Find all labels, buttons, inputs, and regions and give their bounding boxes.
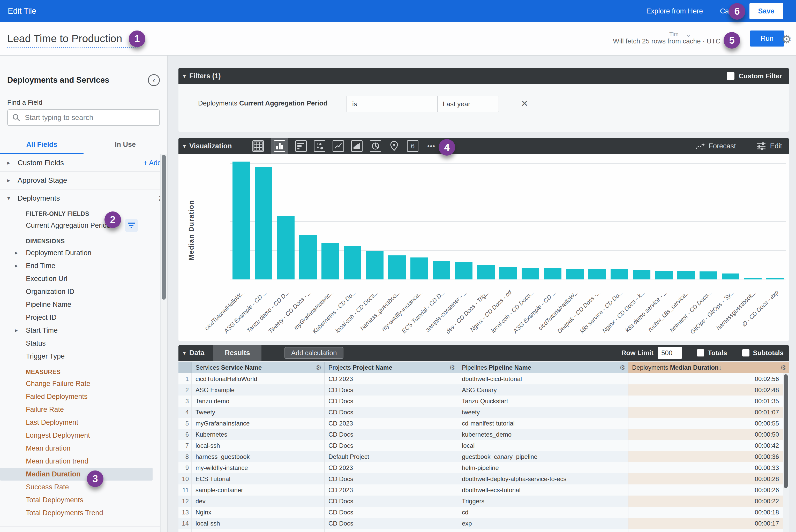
line-chart-icon[interactable] — [332, 138, 344, 154]
service-cell[interactable]: myGrafanaInstance — [192, 418, 325, 429]
duration-cell[interactable]: 00:01:07 — [628, 406, 783, 418]
run-button[interactable]: Run — [750, 31, 784, 46]
column-header-project-name[interactable]: Projects Project Name ⚙ — [325, 362, 458, 373]
sidebar-scrollbar[interactable] — [160, 154, 167, 532]
sidebar-item-failure-rate[interactable]: Failure Rate — [0, 403, 167, 416]
timezone-label[interactable]: Tim — [669, 31, 679, 38]
project-cell[interactable]: CD Docs — [325, 518, 458, 529]
column-gear-icon[interactable]: ⚙ — [619, 364, 625, 372]
sidebar-item-total-deployments[interactable]: Total Deployments — [0, 493, 167, 507]
project-cell[interactable]: CD Docs — [325, 396, 458, 406]
sidebar-item-trigger-type[interactable]: Trigger Type — [0, 350, 167, 363]
sidebar-group-custom-fields[interactable]: ▸ Custom Fields + Add — [0, 154, 167, 172]
field-search-box[interactable] — [7, 109, 160, 126]
chart-bar[interactable] — [677, 271, 695, 280]
sidebar-group-deployments[interactable]: ▾ Deployments 2 — [0, 189, 167, 207]
scatter-plot-icon[interactable] — [314, 138, 326, 154]
chart-bar[interactable] — [366, 251, 384, 280]
duration-cell[interactable]: 00:00:36 — [628, 451, 783, 462]
chart-bar[interactable] — [433, 261, 450, 280]
pipeline-cell[interactable]: cd — [458, 507, 628, 518]
pipeline-cell[interactable]: Triggers — [458, 496, 628, 507]
sidebar-item-start-time[interactable]: ▸Start Time — [0, 324, 167, 337]
service-cell[interactable]: harness_guestbook — [192, 451, 325, 462]
duration-cell[interactable]: 00:02:56 — [628, 373, 783, 384]
collapse-panel-icon[interactable]: ‹ — [148, 74, 160, 86]
service-cell[interactable]: ECS Tutorial — [192, 473, 325, 484]
project-cell[interactable]: CD Docs — [325, 507, 458, 518]
add-calculation-button[interactable]: Add calculation — [284, 347, 344, 359]
column-gear-icon[interactable]: ⚙ — [449, 364, 455, 372]
subtotals-toggle[interactable]: Subtotals — [739, 349, 783, 357]
map-pin-icon[interactable] — [388, 138, 400, 154]
duration-cell[interactable]: 00:00:18 — [628, 507, 783, 518]
chart-bar[interactable] — [277, 216, 295, 280]
caret-down-icon[interactable]: ▾ — [7, 195, 18, 202]
project-cell[interactable]: CD 2023 — [325, 462, 458, 473]
project-cell[interactable]: CD Docs — [325, 429, 458, 440]
pipeline-cell[interactable]: ASG Canary — [458, 384, 628, 396]
search-input[interactable] — [25, 113, 149, 122]
service-cell[interactable]: ASG Example — [192, 529, 325, 532]
column-chart-icon[interactable] — [271, 138, 288, 154]
chart-bar[interactable] — [499, 267, 517, 280]
duration-cell[interactable]: 00:00:50 — [628, 429, 783, 440]
sidebar-item-execution-url[interactable]: Execution Url — [0, 272, 167, 285]
chart-bar[interactable] — [544, 268, 561, 280]
totals-toggle[interactable]: Totals — [693, 349, 727, 357]
sidebar-item-median-duration[interactable]: Median Duration — [0, 468, 152, 480]
service-cell[interactable]: sample-container — [192, 484, 325, 496]
pipeline-cell[interactable]: tweety — [458, 406, 628, 418]
project-cell[interactable]: CD 2023 — [325, 484, 458, 496]
sidebar-item-mean-duration[interactable]: Mean duration — [0, 442, 167, 455]
caret-down-icon[interactable]: ▾ — [183, 143, 186, 149]
filter-by-field-button[interactable] — [125, 219, 138, 232]
chart-bar[interactable] — [455, 262, 473, 280]
more-viz-types-icon[interactable]: ••• — [425, 138, 437, 154]
pipeline-cell[interactable]: local — [458, 440, 628, 451]
sidebar-item-current-aggregation-period[interactable]: Current Aggregation Period — [0, 219, 167, 232]
chart-bar[interactable] — [388, 255, 406, 280]
duration-cell[interactable]: 00:02:48 — [628, 384, 783, 396]
column-header-pipeline-name[interactable]: Pipelines Pipeline Name ⚙ — [458, 362, 628, 373]
chart-bar[interactable] — [566, 269, 584, 280]
custom-filter-toggle[interactable]: Custom Filter — [723, 72, 782, 80]
chart-bar[interactable] — [655, 271, 673, 280]
pipeline-cell[interactable]: Tanzu Quickstart — [458, 396, 628, 406]
pipeline-cell[interactable]: kubernetes_demo — [458, 429, 628, 440]
project-cell[interactable]: CD Docs — [325, 440, 458, 451]
service-cell[interactable]: local-ssh — [192, 518, 325, 529]
pie-chart-icon[interactable] — [370, 138, 382, 154]
chart-bar[interactable] — [700, 271, 717, 280]
sidebar-item-status[interactable]: Status — [0, 337, 167, 350]
area-chart-icon[interactable] — [351, 138, 363, 154]
caret-right-icon[interactable]: ▸ — [7, 159, 18, 166]
project-cell[interactable]: Default Project — [325, 451, 458, 462]
sidebar-item-last-deployment[interactable]: Last Deployment — [0, 416, 167, 429]
custom-filter-checkbox[interactable] — [727, 72, 735, 80]
scrollbar-thumb[interactable] — [784, 374, 788, 488]
chart-bar[interactable] — [255, 167, 272, 280]
duration-cell[interactable]: 00:00:22 — [628, 496, 783, 507]
filter-operator-select[interactable]: is — [347, 96, 447, 112]
sidebar-item-end-time[interactable]: ▸End Time — [0, 259, 167, 272]
bar-chart-icon[interactable] — [295, 138, 307, 154]
tab-all-fields[interactable]: All Fields — [0, 139, 84, 154]
pipeline-cell[interactable]: helm-pipeline — [458, 462, 628, 473]
caret-down-icon[interactable]: ▾ — [183, 73, 186, 79]
service-cell[interactable]: dev — [192, 496, 325, 507]
project-cell[interactable]: CD 2023 — [325, 373, 458, 384]
chart-bar[interactable] — [233, 162, 250, 280]
project-cell[interactable]: CD Docs — [325, 384, 458, 396]
sidebar-item-change-failure-rate[interactable]: Change Failure Rate — [0, 377, 167, 390]
sidebar-item-total-deployments-trend[interactable]: Total Deployments Trend — [0, 507, 167, 519]
chart-bar[interactable] — [344, 246, 361, 280]
chart-bar[interactable] — [588, 269, 606, 280]
explore-from-here-link[interactable]: Explore from Here — [646, 7, 703, 15]
chart-bar[interactable] — [522, 268, 539, 280]
caret-right-icon[interactable]: ▸ — [15, 327, 26, 334]
caret-down-icon[interactable]: ▾ — [183, 350, 186, 356]
pipeline-cell[interactable]: ASG Rolling — [458, 529, 628, 532]
sort-arrow-icon[interactable]: ↓ — [719, 364, 722, 371]
subtotals-checkbox[interactable] — [742, 349, 749, 357]
